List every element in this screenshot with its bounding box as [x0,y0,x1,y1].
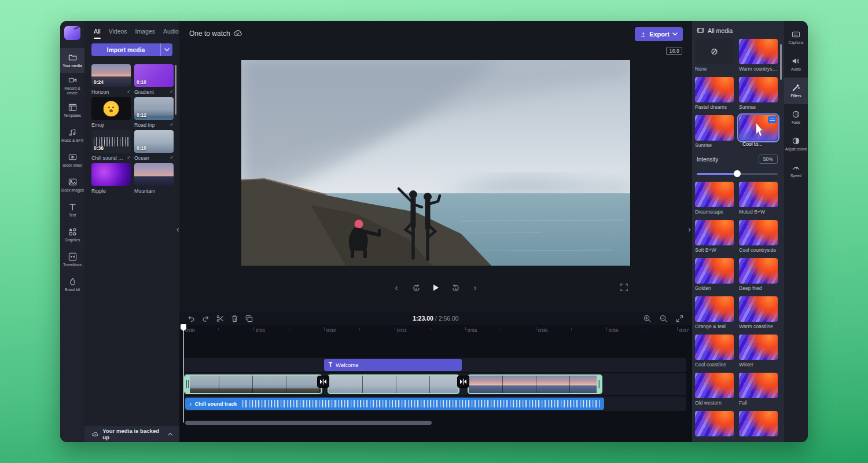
filter-thumbnail[interactable] [695,258,734,284]
sidebar-item-stock-video[interactable]: Stock video [60,148,84,172]
filter-thumbnail[interactable] [739,296,778,322]
video-clip-1[interactable] [184,374,322,394]
sidebar-item-your-media[interactable]: Your media [60,48,84,73]
media-thumbnail[interactable]: 0:24 [91,64,131,87]
rewind-5s-button[interactable]: 5 [411,282,421,293]
filter-thumbnail[interactable] [739,335,778,360]
timeline-ruler[interactable]: 0:000:010:020:030:040:050:060:07 [183,325,690,336]
sidebar-item-templates[interactable]: Templates [60,98,84,123]
timeline-zoom-out-button[interactable] [659,314,668,323]
filter-thumbnail[interactable] [739,220,778,245]
filter-thumbnail[interactable] [739,258,778,284]
trim-handle-left[interactable] [185,376,190,393]
filter-thumbnail[interactable] [695,220,734,245]
sidebar-item-transitions[interactable]: Transitions [60,247,84,272]
media-item[interactable]: Ripple [91,163,131,194]
filter-option[interactable]: Cool to... [739,115,778,149]
clipchamp-logo[interactable] [64,26,80,40]
filter-option[interactable]: ⊘ None [695,39,734,72]
tab-speed[interactable]: Speed [784,157,808,184]
duplicate-button[interactable] [244,314,253,323]
export-button[interactable]: Export [635,27,683,41]
transition-marker-2[interactable] [457,376,469,388]
tab-all[interactable]: All [94,28,101,39]
sidebar-item-music-sfx[interactable]: Music & SFX [60,123,84,148]
media-item[interactable]: Mountain [134,163,174,194]
timeline-zoom-in-button[interactable] [642,314,652,323]
media-item[interactable]: 0:10 Ocean ✓ [134,130,174,161]
media-item[interactable]: 0:10 Gradient ✓ [134,64,174,95]
undo-button[interactable] [186,314,196,323]
tab-adjust-colors[interactable]: Adjust colors [784,131,808,157]
timeline-horizontal-scrollbar[interactable] [185,421,432,425]
sidebar-item-graphics[interactable]: Graphics [60,222,84,247]
filter-option[interactable]: Golden [695,258,734,292]
aspect-ratio-badge[interactable]: 16:9 [666,47,682,55]
filter-option[interactable]: Deep fried [739,258,778,292]
tab-filters[interactable]: Filters [784,78,808,104]
filter-thumbnail[interactable] [695,182,734,207]
tab-audio[interactable]: Audio [163,28,179,39]
tab-audio[interactable]: Audio [784,51,808,78]
filter-option[interactable]: Pastel dreams [695,77,734,111]
backup-status-bar[interactable]: Your media is backed up [84,426,179,442]
filter-thumbnail[interactable] [739,115,778,141]
filter-thumbnail[interactable] [739,182,778,207]
filter-option[interactable]: Warm coastline [739,296,778,330]
filter-thumbnail[interactable]: ⊘ [695,39,734,64]
intensity-slider[interactable] [697,170,778,177]
filter-thumbnail[interactable] [695,77,734,102]
next-frame-button[interactable]: › [470,282,480,293]
filter-option[interactable] [739,411,778,442]
filter-option[interactable]: Winter [739,335,778,368]
media-item[interactable]: 0:12 Road trip ✓ [134,97,174,128]
filter-option[interactable]: Warm countryside [739,39,778,72]
filter-option[interactable]: Fall [739,373,778,406]
filter-option[interactable]: Orange & teal [695,296,734,330]
media-thumbnail[interactable]: 0:10 [134,130,174,153]
play-button[interactable] [431,282,441,293]
filter-option[interactable]: Sunrise [695,115,734,149]
filter-option[interactable]: Old western [695,373,734,406]
audio-clip[interactable]: ♪ Chill sound track [185,398,604,410]
tab-fade[interactable]: Fade [784,104,808,131]
filter-option[interactable]: Dreamscape [695,182,734,215]
tab-videos[interactable]: Videos [109,28,127,39]
media-thumbnail[interactable]: 0:10 [134,64,174,87]
filter-thumbnail[interactable] [739,411,778,436]
import-media-dropdown-button[interactable] [161,43,172,56]
media-panel-scrollbar[interactable] [175,65,176,115]
video-clip-3[interactable] [468,374,602,394]
media-thumbnail[interactable] [91,97,131,120]
collapse-filters-panel-button[interactable]: › [688,225,691,234]
filters-panel-scrollbar[interactable] [780,44,782,80]
import-media-button[interactable]: Import media [91,43,160,56]
project-title[interactable]: One to watch [189,30,230,38]
filter-option[interactable]: Sunrise [739,77,778,111]
filter-thumbnail[interactable] [695,115,734,141]
filter-option[interactable]: Soft B+W [695,220,734,253]
media-thumbnail[interactable]: 0:36 [91,130,131,153]
sidebar-item-stock-images[interactable]: Stock images [60,172,84,197]
video-clip-2[interactable] [328,374,459,394]
text-clip-welcome[interactable]: T Welcome [324,359,462,371]
filter-thumbnail[interactable] [739,39,778,64]
filter-thumbnail[interactable] [695,411,734,436]
filter-thumbnail[interactable] [695,296,734,322]
video-preview-canvas[interactable] [241,60,630,266]
media-item[interactable]: 0:24 Horizon ✓ [91,64,131,95]
sidebar-item-record-create[interactable]: Record & create [60,73,84,98]
redo-button[interactable] [201,314,210,323]
filter-thumbnail[interactable] [739,77,778,102]
sidebar-item-brand-kit[interactable]: Brand kit [60,272,84,297]
tab-images[interactable]: Images [135,28,155,39]
filter-option[interactable] [695,411,734,442]
media-item[interactable]: Emoji [91,97,131,128]
transition-marker-1[interactable] [317,376,329,388]
media-thumbnail[interactable] [134,163,174,186]
slider-thumb[interactable] [734,170,741,177]
fullscreen-button[interactable] [620,283,628,294]
media-thumbnail[interactable]: 0:12 [134,97,174,120]
filter-thumbnail[interactable] [739,373,778,398]
forward-5s-button[interactable]: 5 [450,282,461,293]
